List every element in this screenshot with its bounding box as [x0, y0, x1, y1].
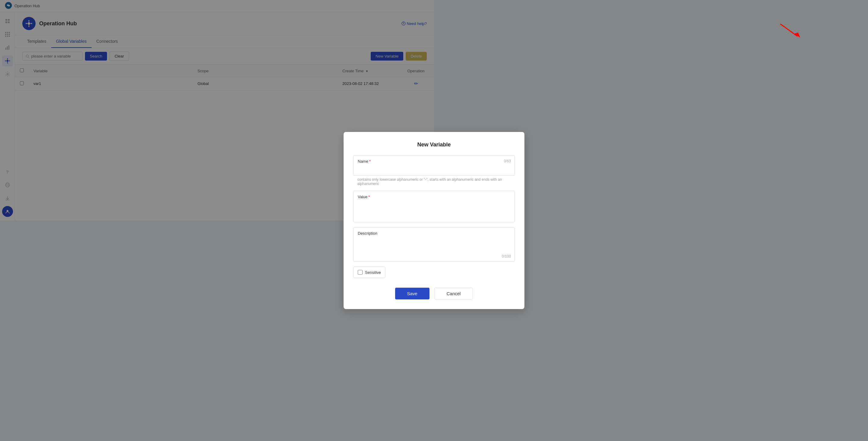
- modal-overlay[interactable]: New Variable Name * 0/63 contains only l…: [0, 0, 434, 220]
- value-field-box: Value *: [353, 191, 434, 220]
- value-input[interactable]: [358, 199, 434, 217]
- name-input[interactable]: [358, 165, 434, 171]
- value-field-group: Value *: [353, 191, 434, 220]
- name-field-box: Name * 0/63: [353, 155, 434, 176]
- name-field-group: Name * 0/63 contains only lowercase alph…: [353, 155, 434, 186]
- modal-title: New Variable: [353, 141, 434, 148]
- name-hint: contains only lowercase alphanumeric or …: [353, 178, 434, 186]
- name-required: *: [369, 159, 371, 164]
- new-variable-modal: New Variable Name * 0/63 contains only l…: [344, 132, 434, 220]
- value-required: *: [368, 195, 370, 199]
- value-label: Value *: [358, 195, 434, 199]
- name-label: Name *: [358, 159, 434, 164]
